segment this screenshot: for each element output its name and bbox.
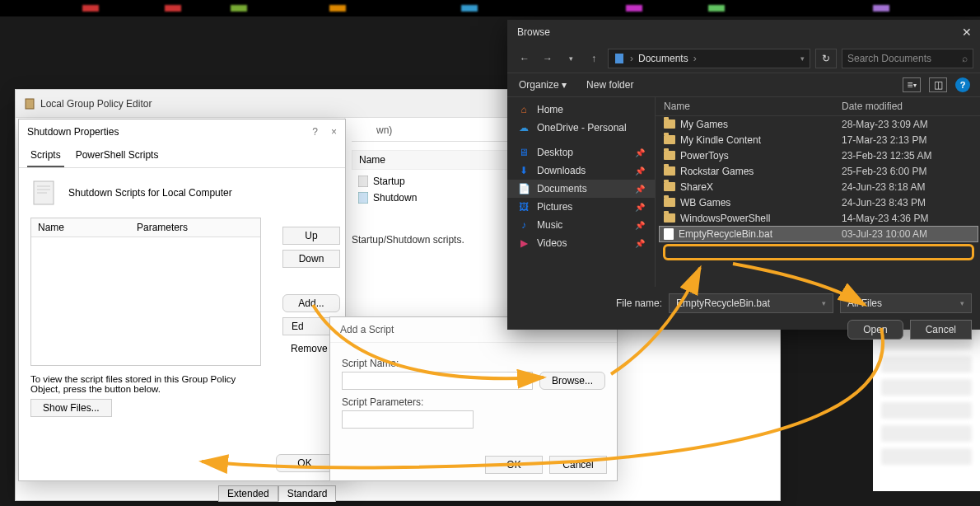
gpedit-view-tabs[interactable]: Extended Standard bbox=[218, 485, 336, 502]
address-bar[interactable]: › Documents › ▾ bbox=[608, 49, 810, 68]
file-row[interactable]: PowerToys23-Feb-23 12:35 AM bbox=[656, 148, 980, 163]
addscript-cancel-button[interactable]: Cancel bbox=[549, 456, 607, 474]
nav-item-videos[interactable]: ▶Videos📌 bbox=[507, 234, 655, 252]
browse-title-text: Browse bbox=[517, 26, 550, 38]
shutdown-properties-dialog: Shutdown Properties ? × Scripts PowerShe… bbox=[18, 119, 346, 481]
filename-label: File name: bbox=[616, 298, 662, 309]
ok-button[interactable]: OK bbox=[276, 454, 334, 472]
svg-rect-1 bbox=[358, 176, 368, 187]
script-params-label: Script Parameters: bbox=[342, 396, 605, 408]
pin-icon: 📌 bbox=[635, 166, 645, 176]
svg-rect-2 bbox=[358, 192, 368, 204]
view-mode-button[interactable]: ≡ ▾ bbox=[903, 77, 921, 92]
script-params-input[interactable] bbox=[342, 410, 474, 429]
back-icon[interactable]: ← bbox=[516, 53, 534, 64]
new-folder-button[interactable]: New folder bbox=[586, 79, 633, 91]
file-row[interactable]: My Kindle Content17-Mar-23 2:13 PM bbox=[656, 132, 980, 148]
help-icon[interactable]: ? bbox=[312, 126, 318, 138]
up-icon[interactable]: ↑ bbox=[585, 53, 603, 64]
show-files-button[interactable]: Show Files... bbox=[30, 399, 112, 417]
folder-icon bbox=[664, 198, 675, 207]
notebook-icon bbox=[24, 98, 35, 110]
search-icon: ⌕ bbox=[962, 53, 968, 64]
nav-item-home[interactable]: ⌂Home bbox=[507, 101, 655, 119]
folder-icon bbox=[664, 119, 675, 129]
pin-icon: 📌 bbox=[635, 148, 645, 157]
props-info: To view the script files stored in this … bbox=[30, 374, 261, 394]
nav-item-music[interactable]: ♪Music📌 bbox=[507, 216, 655, 234]
pin-icon: 📌 bbox=[635, 221, 645, 230]
background-page bbox=[873, 326, 980, 491]
gpedit-title-text: Local Group Policy Editor bbox=[40, 98, 152, 110]
music-icon: ♪ bbox=[517, 219, 530, 231]
col-name: Name bbox=[31, 218, 130, 237]
up-button[interactable]: Up bbox=[282, 227, 340, 245]
preview-pane-button[interactable]: ◫ bbox=[929, 77, 947, 92]
props-desc: Shutdown Scripts for Local Computer bbox=[68, 187, 232, 199]
file-row[interactable]: WindowsPowerShell14-May-23 4:36 PM bbox=[656, 210, 980, 226]
script-icon bbox=[358, 192, 368, 204]
file-list[interactable]: My Games28-May-23 3:09 AMMy Kindle Conte… bbox=[656, 116, 980, 242]
video-icon: ▶ bbox=[517, 237, 530, 249]
svg-rect-7 bbox=[615, 54, 623, 63]
nav-item-documents[interactable]: 📄Documents📌 bbox=[507, 180, 655, 198]
add-button[interactable]: Add... bbox=[282, 294, 340, 312]
document-icon bbox=[614, 53, 625, 64]
scripts-listbox[interactable]: Name Parameters bbox=[30, 218, 261, 366]
file-row[interactable]: ShareX24-Jun-23 8:18 AM bbox=[656, 179, 980, 194]
nav-item-pictures[interactable]: 🖼Pictures📌 bbox=[507, 198, 655, 216]
document-icon: 📄 bbox=[517, 183, 530, 194]
picture-icon: 🖼 bbox=[517, 201, 530, 213]
script-name-label: Script Name: bbox=[342, 358, 605, 369]
download-icon: ⬇ bbox=[517, 165, 530, 176]
organize-menu[interactable]: Organize ▾ bbox=[519, 79, 567, 91]
navigation-pane[interactable]: ⌂Home☁OneDrive - Personal🖥Desktop📌⬇Downl… bbox=[507, 97, 656, 287]
file-row[interactable]: My Games28-May-23 3:09 AM bbox=[656, 116, 980, 132]
folder-icon bbox=[664, 182, 675, 191]
script-name-input[interactable] bbox=[342, 372, 533, 390]
props-title-text: Shutdown Properties bbox=[27, 126, 119, 138]
file-row[interactable]: Rockstar Games25-Feb-23 6:00 PM bbox=[656, 163, 980, 179]
browse-dialog: Browse ✕ ← → ▾ ↑ › Documents › ▾ ↻ Searc… bbox=[507, 20, 980, 330]
nav-item-onedrive[interactable]: ☁OneDrive - Personal bbox=[507, 119, 655, 137]
browse-cancel-button[interactable]: Cancel bbox=[910, 320, 972, 340]
taskbar-backdrop bbox=[0, 0, 980, 16]
help-icon[interactable]: ? bbox=[955, 77, 970, 92]
script-icon bbox=[358, 176, 368, 187]
nav-item-downloads[interactable]: ⬇Downloads📌 bbox=[507, 162, 655, 180]
addscript-ok-button[interactable]: OK bbox=[485, 456, 543, 474]
search-input[interactable]: Search Documents ⌕ bbox=[842, 49, 973, 68]
col-header-name[interactable]: Name bbox=[664, 101, 842, 112]
tab-powershell[interactable]: PowerShell Scripts bbox=[72, 144, 162, 167]
file-icon bbox=[664, 228, 674, 240]
folder-icon bbox=[664, 135, 675, 144]
refresh-icon[interactable]: ↻ bbox=[815, 49, 837, 68]
file-type-filter[interactable]: All Files▾ bbox=[840, 293, 972, 313]
tab-standard[interactable]: Standard bbox=[278, 485, 337, 502]
chevron-down-icon[interactable]: ▾ bbox=[800, 54, 805, 63]
script-large-icon bbox=[30, 180, 57, 206]
tab-scripts[interactable]: Scripts bbox=[27, 144, 64, 167]
folder-icon bbox=[664, 166, 675, 176]
pin-icon: 📌 bbox=[635, 203, 645, 212]
home-icon: ⌂ bbox=[517, 104, 530, 115]
close-icon[interactable]: ✕ bbox=[962, 26, 972, 39]
forward-icon[interactable]: → bbox=[539, 53, 557, 64]
pin-icon: 📌 bbox=[635, 185, 645, 194]
file-row[interactable]: WB Games24-Jun-23 8:43 PM bbox=[656, 194, 980, 210]
browse-button[interactable]: Browse... bbox=[539, 372, 605, 390]
col-header-modified[interactable]: Date modified bbox=[842, 101, 973, 112]
close-icon[interactable]: × bbox=[331, 126, 337, 138]
svg-rect-0 bbox=[26, 99, 34, 109]
down-button[interactable]: Down bbox=[282, 250, 340, 268]
col-params: Parameters bbox=[130, 218, 194, 237]
filename-input[interactable]: EmptyRecycleBin.bat▾ bbox=[669, 293, 833, 313]
open-button[interactable]: Open bbox=[847, 320, 903, 340]
folder-icon bbox=[664, 151, 675, 160]
tab-extended[interactable]: Extended bbox=[218, 485, 278, 502]
pin-icon: 📌 bbox=[635, 239, 645, 248]
cloud-icon: ☁ bbox=[517, 122, 530, 134]
chevron-down-icon[interactable]: ▾ bbox=[562, 54, 580, 63]
nav-item-desktop[interactable]: 🖥Desktop📌 bbox=[507, 143, 655, 162]
file-row[interactable]: EmptyRecycleBin.bat03-Jul-23 10:00 AM bbox=[659, 226, 978, 242]
